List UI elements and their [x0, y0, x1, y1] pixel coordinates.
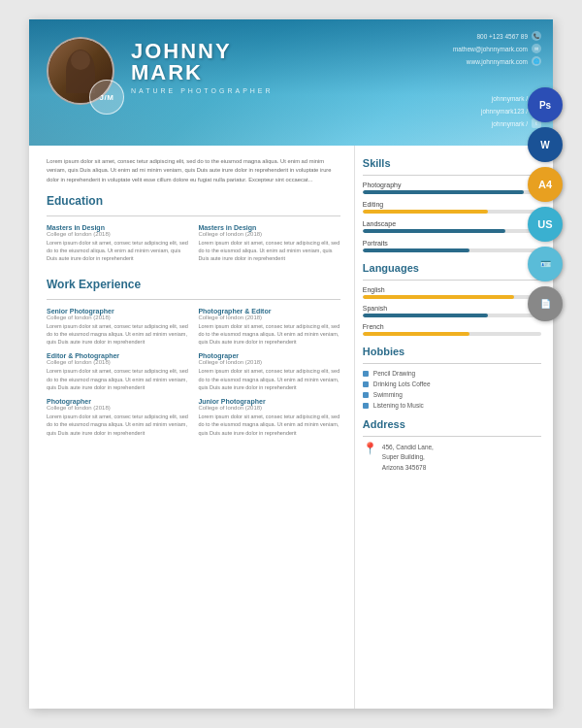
skill-0: Photography: [363, 182, 541, 194]
email-text: mathew@johnnymark.com: [453, 46, 528, 52]
website-item: www.johnnymark.com 🌐: [453, 56, 541, 66]
work-body-5: Lorem ipsum dolor sit amet, consec tetur…: [198, 413, 340, 437]
hobby-dot-1: [363, 381, 369, 387]
us-badge: US: [528, 207, 563, 242]
email-item: mathew@johnnymark.com ✉: [453, 44, 541, 53]
lang-name-2: French: [363, 323, 541, 330]
work-college-5: College of london (2018): [198, 405, 340, 411]
skill-fill-3: [363, 248, 470, 252]
skills-divider: [363, 175, 541, 176]
work-title-2: Editor & Photographer: [47, 352, 188, 359]
address-pin-icon: 📍: [363, 443, 377, 454]
work-item-3: Photograper College of london (2018) Lor…: [198, 352, 340, 391]
skill-bar-3: [363, 248, 541, 252]
edu-item-1: Masters in Design College of london (201…: [198, 224, 340, 263]
edu-title-1: Masters in Design: [198, 224, 340, 231]
languages-section: Languages English Spanish French: [363, 262, 541, 336]
work-item-4: Photographer College of london (2018) Lo…: [47, 398, 188, 437]
hobbies-title: Hobbies: [363, 346, 541, 357]
hobby-2: Swimming: [363, 391, 541, 398]
phone-item: 800 +123 4567 89 📞: [453, 31, 541, 41]
lang-1: Spanish: [363, 305, 541, 317]
work-item-2: Editor & Photographer College of london …: [47, 352, 188, 391]
social1-text: johnnymark /: [492, 95, 528, 102]
work-divider: [47, 299, 340, 300]
work-title-3: Photograper: [198, 352, 340, 359]
hobby-text-0: Pencil Drawing: [373, 370, 415, 377]
file-badge: 📄: [528, 286, 563, 321]
avatar-body: [66, 50, 95, 93]
edu-college-0: College of london (2018): [47, 231, 188, 237]
skill-name-1: Editing: [363, 201, 541, 208]
address-section: Address 📍 456, Candid Lane, Super Buildi…: [363, 418, 541, 473]
edu-body-0: Lorem ipsum dolor sit amet, consec tetur…: [47, 239, 188, 263]
resume-page: J/M JOHNNY MARK NATURE PHOTOGRAPHER 800 …: [29, 19, 553, 709]
left-panel: Lorem ipsum dolor sit amet, consec tetur…: [29, 146, 354, 709]
work-title-4: Photographer: [47, 398, 188, 405]
intro-text: Lorem ipsum dolor sit amet, consec tetur…: [47, 157, 340, 184]
languages-title: Languages: [363, 262, 541, 274]
work-section: Work Experience Senior Photographer Coll…: [47, 278, 340, 444]
skills-title: Skills: [363, 157, 541, 169]
edu-title-0: Masters in Design: [47, 224, 188, 231]
skill-bar-1: [363, 210, 541, 214]
hobby-text-2: Swimming: [373, 391, 403, 398]
address-title: Address: [363, 418, 541, 430]
header-name-block: JOHNNY MARK NATURE PHOTOGRAPHER: [131, 41, 274, 94]
skill-bar-0: [363, 190, 541, 194]
work-college-1: College of london (2018): [198, 314, 340, 320]
header: J/M JOHNNY MARK NATURE PHOTOGRAPHER 800 …: [29, 19, 553, 146]
skill-fill-2: [363, 229, 505, 233]
work-body-3: Lorem ipsum dolor sit amet, consec tetur…: [198, 367, 340, 391]
skill-1: Editing: [363, 201, 541, 214]
word-badge: W: [528, 127, 563, 162]
email-icon: ✉: [532, 44, 541, 53]
skill-2: Landscape: [363, 220, 541, 233]
work-title-0: Senior Photographer: [47, 308, 188, 314]
social2-text: johnnymark123 /: [481, 108, 528, 115]
lang-name-1: Spanish: [363, 305, 541, 312]
work-grid: Senior Photographer College of london (2…: [47, 308, 340, 444]
work-title-5: Junior Photographer: [198, 398, 340, 405]
website-text: www.johnnymark.com: [467, 58, 528, 65]
hobby-1: Drinking Lots Coffee: [363, 381, 541, 387]
subtitle: NATURE PHOTOGRAPHER: [131, 87, 274, 94]
education-title: Education: [47, 194, 340, 208]
work-item-5: Junior Photographer College of london (2…: [198, 398, 340, 437]
skill-fill-0: [363, 190, 524, 194]
edu-body-1: Lorem ipsum dolor sit amet, consec tetur…: [198, 239, 340, 263]
work-body-0: Lorem ipsum dolor sit amet, consec tetur…: [47, 322, 188, 347]
hobbies-divider: [363, 363, 541, 364]
first-name: JOHNNY: [131, 41, 274, 62]
hobby-dot-2: [363, 392, 369, 398]
hobby-dot-3: [363, 403, 369, 409]
body-content: Lorem ipsum dolor sit amet, consec tetur…: [29, 146, 553, 709]
lang-2: French: [363, 323, 541, 336]
work-title: Work Experience: [47, 278, 340, 291]
lang-bar-0: [363, 295, 541, 299]
skill-name-2: Landscape: [363, 220, 541, 227]
hobby-text-3: Listening to Music: [373, 402, 424, 409]
social3-text: johnnymark /: [492, 120, 528, 127]
lang-fill-2: [363, 332, 470, 336]
work-college-2: College of london (2018): [47, 359, 188, 365]
hobby-text-1: Drinking Lots Coffee: [373, 381, 431, 387]
lang-fill-1: [363, 314, 488, 317]
a4-badge: A4: [528, 167, 563, 202]
lang-bar-2: [363, 332, 541, 336]
work-body-2: Lorem ipsum dolor sit amet, consec tetur…: [47, 367, 188, 391]
languages-divider: [363, 280, 541, 281]
edu-item-0: Masters in Design College of london (201…: [47, 224, 188, 263]
skill-bar-2: [363, 229, 541, 233]
phone-icon: 📞: [532, 31, 541, 41]
work-college-4: College of london (2018): [47, 405, 188, 411]
work-body-4: Lorem ipsum dolor sit amet, consec tetur…: [47, 413, 188, 437]
skill-3: Portraits: [363, 240, 541, 252]
last-name: MARK: [131, 62, 274, 83]
hobby-3: Listening to Music: [363, 402, 541, 409]
address-divider: [363, 436, 541, 437]
address-text: 456, Candid Lane, Super Building, Arizon…: [382, 443, 434, 473]
badges-group: Ps W A4 US 🪪 📄: [528, 87, 563, 321]
phone-text: 800 +123 4567 89: [476, 33, 528, 40]
work-college-3: College of london (2018): [198, 359, 340, 365]
